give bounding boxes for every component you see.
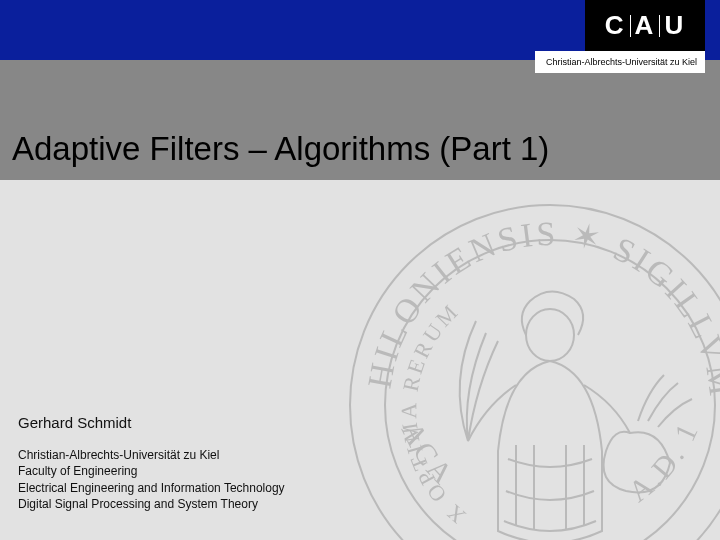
university-name: Christian-Albrechts-Universität zu Kiel — [535, 51, 705, 73]
body-area: HILONIENSIS ✶ SIGILLVM A.D. 16 ACA X OPT… — [0, 180, 720, 540]
author-block: Gerhard Schmidt Christian-Albrechts-Univ… — [18, 413, 285, 512]
title-band: Adaptive Filters – Algorithms (Part 1) — [0, 60, 720, 180]
svg-point-2 — [526, 309, 574, 361]
slide-title: Adaptive Filters – Algorithms (Part 1) — [12, 130, 549, 168]
affiliation-line: Christian-Albrechts-Universität zu Kiel — [18, 447, 285, 463]
affiliation-line: Faculty of Engineering — [18, 463, 285, 479]
university-seal-watermark: HILONIENSIS ✶ SIGILLVM A.D. 16 ACA X OPT… — [340, 195, 720, 540]
university-logo: CAU Christian-Albrechts-Universität zu K… — [535, 0, 705, 73]
affiliation-line: Digital Signal Processing and System The… — [18, 496, 285, 512]
cau-logo-block: CAU — [585, 0, 705, 51]
affiliation-line: Electrical Engineering and Information T… — [18, 480, 285, 496]
author-name: Gerhard Schmidt — [18, 413, 285, 433]
